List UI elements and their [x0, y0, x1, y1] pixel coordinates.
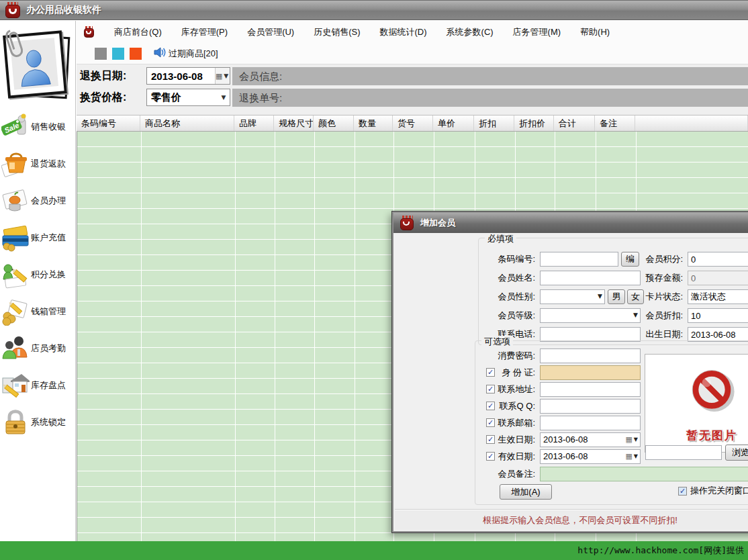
sidebar-item-stocktake[interactable]: 库存盘点	[0, 367, 75, 404]
sidebar-item-label: 账户充值	[31, 232, 66, 244]
calendar-icon: ▦	[625, 450, 633, 463]
remark-input[interactable]	[540, 467, 748, 481]
column-header-barcode[interactable]: 条码编号	[77, 115, 140, 131]
email-label: 联系邮箱:	[495, 416, 535, 430]
app-window: 办公用品收银软件	[0, 0, 748, 560]
sidebar-item-label: 库存盘点	[31, 379, 66, 391]
email-checkbox[interactable]: ✓	[486, 418, 495, 427]
legend-gray-square	[95, 48, 107, 60]
password-input[interactable]	[540, 348, 641, 363]
male-button[interactable]: 男	[608, 289, 625, 304]
sidebar-item-label: 积分兑换	[31, 269, 66, 281]
start-date-picker[interactable]: 2013-06-08 ▦ ▼	[540, 432, 641, 447]
deposit-label: 预存金额:	[643, 271, 683, 285]
points-exchange-icon	[1, 261, 30, 289]
email-input[interactable]	[540, 416, 641, 430]
column-header-price[interactable]: 单价	[433, 115, 474, 131]
member-level-select[interactable]: ▼	[540, 308, 641, 323]
phone-input[interactable]	[540, 327, 641, 342]
start-date-checkbox[interactable]: ✓	[486, 435, 495, 444]
close-after-checkbox[interactable]: ✓	[678, 487, 687, 496]
browse-button[interactable]: 浏览	[725, 445, 748, 461]
chevron-down-icon: ▼	[598, 293, 602, 299]
expired-goods-link[interactable]: 过期商品[20]	[169, 48, 218, 60]
member-discount-label: 会员折扣:	[643, 308, 683, 323]
grid-column-separator	[314, 132, 315, 541]
app-icon	[83, 26, 95, 38]
card-status-input[interactable]	[688, 289, 748, 304]
menu-item-statistics[interactable]: 数据统计(D)	[380, 26, 427, 38]
exchange-price-value: 零售价	[147, 91, 218, 104]
menu-item-inventory[interactable]: 库存管理(P)	[181, 26, 228, 38]
return-number-bar: 退换单号:	[232, 89, 748, 107]
end-date-label: 有效日期:	[495, 449, 535, 464]
chevron-down-icon: ▼	[218, 94, 230, 101]
sidebar-item-lock[interactable]: 系统锁定	[0, 404, 75, 440]
menu-item-history[interactable]: 历史销售(S)	[314, 26, 360, 38]
exchange-price-label: 换货价格:	[80, 91, 126, 105]
birthday-input[interactable]	[688, 327, 748, 342]
column-header-discprice[interactable]: 折扣价	[514, 115, 554, 131]
qq-input[interactable]	[540, 399, 641, 414]
end-date-picker[interactable]: 2013-06-08 ▦ ▼	[540, 449, 641, 464]
sidebar-item-attendance[interactable]: 店员考勤	[0, 330, 75, 367]
menu-item-store-mgmt[interactable]: 店务管理(M)	[513, 26, 561, 38]
photo-path-input[interactable]	[645, 445, 722, 460]
end-date-checkbox[interactable]: ✓	[486, 452, 495, 461]
return-basket-icon	[1, 150, 30, 178]
column-header-discount[interactable]: 折扣	[474, 115, 514, 131]
sale-tag-icon: Sale	[1, 113, 30, 141]
idcard-checkbox[interactable]: ✓	[486, 368, 495, 377]
barcode-input[interactable]	[540, 252, 618, 267]
dialog-status-bar: 根据提示输入会员信息，不同会员可设置不同折扣!	[395, 510, 748, 530]
column-header-size[interactable]: 规格尺寸	[274, 115, 314, 131]
member-discount-input[interactable]	[688, 308, 748, 323]
member-name-input[interactable]	[540, 271, 641, 285]
sidebar-item-label: 退货返款	[31, 158, 66, 170]
points-input[interactable]	[688, 252, 748, 267]
end-date-value: 2013-06-08	[541, 450, 625, 463]
column-header-color[interactable]: 颜色	[314, 115, 354, 131]
column-header-brand[interactable]: 品牌	[234, 115, 274, 131]
column-header-itemno[interactable]: 货号	[393, 115, 433, 131]
no-image-text: 暂无图片	[686, 428, 737, 443]
status-toolbar: 过期商品[20]	[77, 43, 748, 64]
sidebar-item-cashbox[interactable]: 钱箱管理	[0, 293, 75, 330]
qq-checkbox[interactable]: ✓	[486, 402, 495, 410]
member-info-bar: 会员信息:	[232, 67, 748, 85]
menu-item-parameters[interactable]: 系统参数(C)	[447, 26, 494, 38]
column-header-remark[interactable]: 备注	[595, 115, 635, 131]
sidebar-item-points[interactable]: 积分兑换	[0, 256, 75, 293]
dialog-status-hint: 根据提示输入会员信息，不同会员可设置不同折扣!	[483, 514, 677, 526]
address-input[interactable]	[540, 382, 641, 397]
column-header-name[interactable]: 商品名称	[140, 115, 234, 131]
sidebar-item-label: 会员办理	[31, 195, 66, 207]
points-label: 会员积分:	[643, 252, 683, 267]
column-header-qty[interactable]: 数量	[354, 115, 393, 131]
female-button[interactable]: 女	[627, 289, 644, 304]
exchange-price-select[interactable]: 零售价 ▼	[146, 89, 230, 106]
member-name-label: 会员姓名:	[495, 271, 535, 285]
return-date-picker[interactable]: 2013-06-08 ▦▼	[146, 67, 230, 85]
sidebar-item-sales[interactable]: Sale 销售收银	[0, 108, 75, 145]
sidebar-item-recharge[interactable]: 账户充值	[0, 219, 75, 256]
sidebar: Sale 销售收银 退货返款	[0, 21, 76, 541]
sidebar-item-membership[interactable]: 会员办理	[0, 182, 75, 219]
column-header-filler	[635, 115, 748, 131]
menu-item-storefront[interactable]: 商店前台(Q)	[114, 26, 162, 38]
edit-barcode-button[interactable]: 编	[621, 252, 639, 267]
add-member-button[interactable]: 增加(A)	[500, 484, 552, 500]
menu-item-help[interactable]: 帮助(H)	[580, 26, 610, 38]
grid-column-separator	[235, 132, 236, 541]
calendar-icon[interactable]: ▦▼	[215, 68, 230, 84]
staff-attendance-icon	[1, 334, 30, 363]
column-header-total[interactable]: 合计	[554, 115, 595, 131]
dialog-title-bar: 增加会员	[393, 213, 748, 233]
sidebar-item-returns[interactable]: 退货返款	[0, 145, 75, 182]
address-checkbox[interactable]: ✓	[486, 385, 495, 393]
start-date-label: 生效日期:	[495, 432, 535, 447]
gender-select[interactable]: ▼	[540, 289, 605, 304]
menu-item-members[interactable]: 会员管理(U)	[247, 26, 294, 38]
idcard-input[interactable]	[540, 365, 641, 380]
start-date-value: 2013-06-08	[541, 433, 625, 447]
